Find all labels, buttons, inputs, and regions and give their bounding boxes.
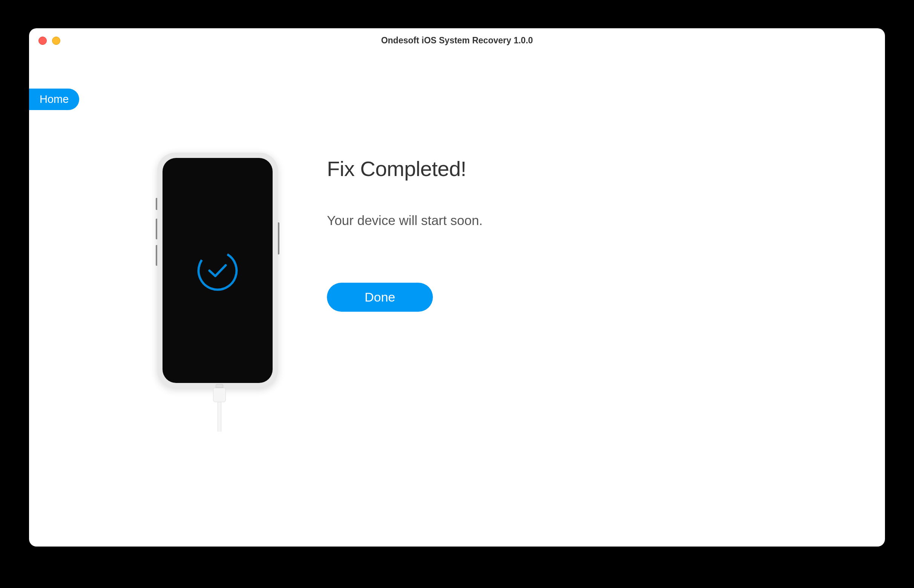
titlebar: Ondesoft iOS System Recovery 1.0.0 [29,28,885,47]
phone-volume-down [156,245,157,266]
phone-illustration [157,153,281,388]
home-button[interactable]: Home [29,89,79,110]
minimize-window-button[interactable] [52,37,60,45]
phone-volume-up [156,219,157,239]
done-button[interactable]: Done [327,283,433,312]
window-title: Ondesoft iOS System Recovery 1.0.0 [39,30,875,45]
cable-icon [215,384,224,431]
text-content: Fix Completed! Your device will start so… [327,153,483,388]
phone-frame [157,153,278,388]
phone-screen [162,158,273,383]
traffic-lights [39,37,60,45]
main-content: Fix Completed! Your device will start so… [29,47,885,388]
svg-point-0 [195,248,240,293]
completion-heading: Fix Completed! [327,157,483,181]
success-checkmark-icon [195,248,240,293]
close-window-button[interactable] [39,37,47,45]
phone-power-button [278,222,280,254]
phone-notch [191,158,244,167]
app-window: Ondesoft iOS System Recovery 1.0.0 Home [29,28,885,546]
completion-subtext: Your device will start soon. [327,213,483,228]
phone-mute-switch [156,198,157,210]
